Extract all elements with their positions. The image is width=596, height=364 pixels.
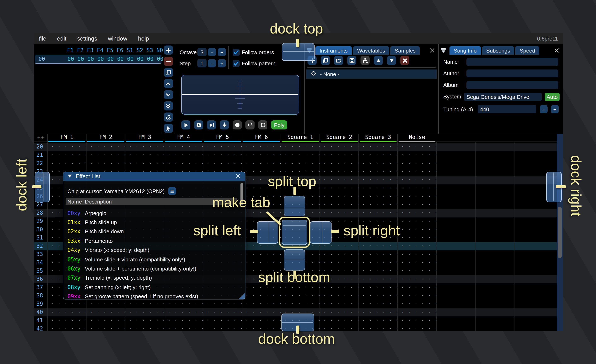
pattern-cell[interactable]: ······ [397,185,436,192]
pattern-cell[interactable]: ······ [320,160,358,167]
channel-header-fm-2[interactable]: FM 2 [86,134,125,142]
pattern-cell[interactable]: ······ [164,318,203,324]
pattern-cell[interactable]: ······ [358,185,397,192]
pattern-cell[interactable]: ······ [242,284,281,291]
pattern-cell[interactable]: ······ [358,301,397,308]
pattern-cell[interactable]: ······ [320,177,358,184]
pattern-cell[interactable]: ······ [281,210,320,217]
octave-increase-button[interactable]: + [218,48,226,56]
add-button[interactable] [164,45,173,55]
step-one-row-button[interactable] [220,120,229,130]
pattern-cell[interactable]: ······ [281,227,320,233]
pattern-cell[interactable]: ······ [281,243,320,250]
pattern-cell[interactable]: ······ [164,301,203,308]
pattern-cell[interactable]: ······ [397,144,436,151]
pattern-cell[interactable]: ······ [125,144,164,151]
expand-channels-button[interactable]: ++ [34,134,47,141]
effect-row[interactable]: 01xxPitch slide up [63,218,245,227]
scrollbar-thumb[interactable] [558,207,562,258]
pattern-cell[interactable]: ······ [242,276,281,283]
pattern-cell[interactable]: ······ [320,260,358,266]
pattern-cell[interactable]: ······ [242,202,281,209]
name-field[interactable] [466,58,558,66]
pattern-cell[interactable]: ······ [242,218,281,225]
pattern-cell[interactable]: ······ [125,318,164,324]
play-from-cursor-button[interactable] [207,120,216,130]
menu-item-edit[interactable]: edit [57,35,67,42]
pattern-cell[interactable]: ······ [358,326,397,331]
pattern-cell[interactable]: ······ [281,293,320,299]
pattern-cell[interactable]: ······ [397,227,436,233]
pattern-cell[interactable]: ······ [47,318,86,324]
pattern-cell[interactable]: ······ [358,210,397,217]
pattern-cell[interactable]: ······ [281,284,320,291]
pattern-cell[interactable]: ······ [281,152,320,159]
close-icon[interactable] [235,173,241,180]
pattern-cell[interactable]: ······ [358,243,397,250]
pattern-cell[interactable]: ······ [320,227,358,233]
effect-row[interactable]: 00xyArpeggio [63,209,245,218]
pattern-cell[interactable]: ······ [242,309,281,316]
pattern-cell[interactable]: ······ [397,260,436,266]
song-info-tab-subsongs[interactable]: Subsongs [482,46,514,55]
channel-header-fm-3[interactable]: FM 3 [125,134,164,142]
collapse-icon[interactable] [306,47,313,54]
effect-row[interactable]: 04xyVibrato (x: speed; y: depth) [63,246,245,255]
pattern-cell[interactable]: ······ [281,185,320,192]
pattern-cell[interactable]: ······ [397,194,436,200]
pattern-cell[interactable]: ······ [358,276,397,283]
save-button[interactable] [347,56,356,65]
move-up-button[interactable] [164,79,173,88]
pattern-cell[interactable]: ······ [86,160,125,167]
pattern-cell[interactable]: ······ [86,326,125,331]
move-up-button[interactable] [374,56,383,65]
pattern-cell[interactable]: ······ [281,276,320,283]
pattern-cell[interactable]: ······ [242,194,281,200]
pattern-cell[interactable]: ······ [320,152,358,159]
pattern-cell[interactable]: ······ [86,309,125,316]
system-field[interactable]: Sega Genesis/Mega Drive [464,93,542,101]
pattern-cell[interactable]: ······ [47,301,86,308]
effect-row[interactable]: 03xxPortamento [63,236,245,246]
pattern-cell[interactable]: ······ [47,152,86,159]
pattern-cell[interactable]: ······ [281,260,320,266]
pattern-cell[interactable]: ······ [47,144,86,151]
channel-header-noise[interactable]: Noise [397,134,436,142]
menu-item-help[interactable]: help [138,35,149,42]
pattern-cell[interactable]: ······ [281,301,320,308]
pattern-cell[interactable]: ······ [125,160,164,167]
pattern-cell[interactable]: ······ [203,160,242,167]
pattern-cell[interactable]: ······ [203,326,242,331]
instrument-folders-button[interactable] [360,56,370,65]
pattern-cell[interactable]: ······ [125,152,164,159]
channel-header-fm-4[interactable]: FM 4 [164,134,203,142]
pattern-cell[interactable]: ······ [320,144,358,151]
pattern-cell[interactable]: ······ [281,169,320,175]
pattern-cell[interactable]: ······ [358,260,397,266]
order-row-index[interactable]: 00 [36,56,48,62]
pattern-cell[interactable]: ······ [358,227,397,233]
pattern-cell[interactable]: ······ [203,301,242,308]
pattern-cell[interactable]: ······ [358,152,397,159]
effect-row[interactable]: 02xxPitch slide down [63,227,245,236]
pattern-cell[interactable]: ······ [397,177,436,184]
pattern-cell[interactable]: ······ [281,160,320,167]
pattern-cell[interactable]: ······ [281,252,320,258]
pattern-cell[interactable]: ······ [358,235,397,241]
tuning-field[interactable]: 440 [478,105,536,113]
pattern-cell[interactable]: ······ [47,326,86,331]
pattern-cell[interactable]: ······ [358,144,397,151]
pattern-cell[interactable]: ······ [397,152,436,159]
pattern-cell[interactable]: ······ [358,202,397,209]
order-row[interactable]: 0000000000000000000000 [35,55,161,64]
repeat-pattern-button[interactable] [258,120,267,130]
step-increase-button[interactable]: + [218,59,226,67]
channel-header-fm-1[interactable]: FM 1 [47,134,86,142]
effect-row[interactable]: 05xyVolume slide + vibrato (compatibilit… [63,255,245,264]
octave-decrease-button[interactable]: - [208,48,216,56]
pattern-cell[interactable]: ······ [281,309,320,316]
pattern-cell[interactable]: ······ [242,318,281,324]
pattern-cell[interactable]: ······ [47,160,86,167]
deep-clone-button[interactable] [164,112,173,122]
song-info-tab-song-info[interactable]: Song Info [449,46,481,55]
